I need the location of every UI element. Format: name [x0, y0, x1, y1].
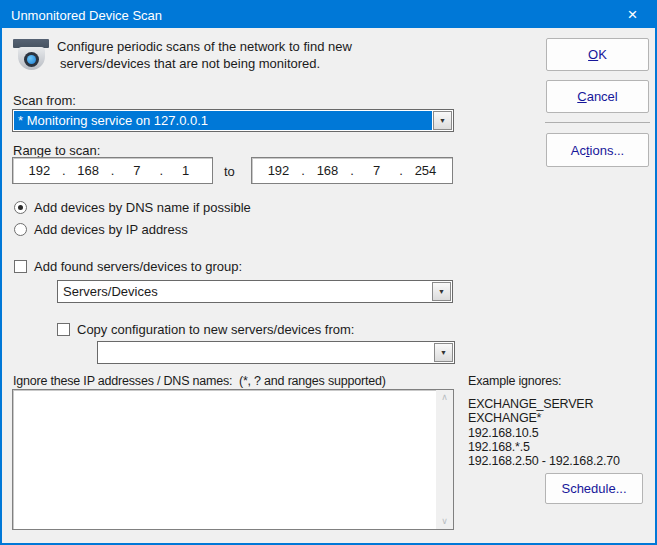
checkbox-icon[interactable]	[14, 260, 27, 273]
ignore-list-label: Ignore these IP addresses / DNS names: (…	[13, 374, 386, 388]
ip-octet[interactable]: 168	[68, 163, 109, 178]
ip-octet[interactable]: 168	[307, 163, 348, 178]
ip-dot: .	[299, 163, 307, 178]
example-item: 192.168.2.50 - 192.168.2.70	[468, 454, 653, 468]
radio-add-by-ip-address[interactable]: Add devices by IP address	[14, 221, 188, 237]
ip-dot: .	[157, 163, 165, 178]
ok-button[interactable]: OK	[546, 38, 649, 71]
unmonitored-device-scan-dialog: Unmonitored Device Scan × Configure peri…	[0, 0, 657, 545]
range-to-label: to	[224, 164, 235, 179]
checkbox-label: Copy configuration to new servers/device…	[77, 322, 354, 337]
radio-label: Add devices by DNS name if possible	[34, 200, 251, 215]
range-to-scan-label: Range to scan:	[13, 143, 100, 158]
vertical-scrollbar[interactable]: ∧ ∨	[436, 390, 453, 529]
ip-dot: .	[60, 163, 68, 178]
security-camera-icon	[12, 38, 50, 76]
example-item: EXCHANGE_SERVER	[468, 397, 653, 411]
example-item: 192.168.10.5	[468, 426, 653, 440]
example-ignores-list: EXCHANGE_SERVER EXCHANGE* 192.168.10.5 1…	[468, 397, 653, 468]
window-title: Unmonitored Device Scan	[2, 8, 162, 23]
range-start-ip-input[interactable]: 192 . 168 . 7 . 1	[12, 157, 213, 184]
copy-source-selected-value	[99, 343, 433, 362]
ip-octet[interactable]: 192	[258, 163, 299, 178]
radio-button-icon[interactable]	[14, 201, 27, 214]
scroll-up-icon[interactable]: ∧	[441, 393, 448, 402]
scroll-down-icon[interactable]: ∨	[441, 517, 448, 526]
ip-octet[interactable]: 7	[356, 163, 397, 178]
chevron-down-icon[interactable]: ▼	[434, 343, 453, 362]
scan-from-selected-value: * Monitoring service on 127.0.0.1	[14, 111, 432, 130]
checkbox-label: Add found servers/devices to group:	[34, 259, 242, 274]
ip-dot: .	[109, 163, 117, 178]
example-item: EXCHANGE*	[468, 411, 653, 425]
chevron-down-icon[interactable]: ▼	[432, 282, 451, 301]
ip-octet[interactable]: 7	[117, 163, 158, 178]
dialog-description: Configure periodic scans of the network …	[57, 38, 427, 72]
ignore-list-value[interactable]	[13, 390, 436, 529]
ignore-list-textarea[interactable]: ∧ ∨	[12, 389, 454, 530]
close-icon[interactable]: ×	[610, 2, 655, 28]
radio-add-by-dns-name[interactable]: Add devices by DNS name if possible	[14, 199, 251, 215]
ip-dot: .	[348, 163, 356, 178]
radio-button-icon[interactable]	[14, 223, 27, 236]
range-end-ip-input[interactable]: 192 . 168 . 7 . 254	[251, 157, 453, 184]
checkbox-icon[interactable]	[57, 323, 70, 336]
description-line2: servers/devices that are not being monit…	[57, 55, 427, 72]
title-bar[interactable]: Unmonitored Device Scan ×	[2, 2, 655, 28]
cancel-button[interactable]: Cancel	[546, 80, 649, 113]
copy-configuration-checkbox[interactable]: Copy configuration to new servers/device…	[57, 321, 354, 337]
ip-octet[interactable]: 192	[19, 163, 60, 178]
group-selected-value: Servers/Devices	[59, 282, 431, 301]
ip-dot: .	[397, 163, 405, 178]
chevron-down-icon[interactable]: ▼	[433, 111, 452, 130]
description-line1: Configure periodic scans of the network …	[57, 38, 427, 55]
button-separator	[545, 122, 650, 123]
scan-from-label: Scan from:	[13, 93, 76, 108]
scan-from-dropdown[interactable]: * Monitoring service on 127.0.0.1 ▼	[12, 109, 454, 132]
ip-octet[interactable]: 1	[165, 163, 206, 178]
example-item: 192.168.*.5	[468, 440, 653, 454]
add-to-group-checkbox[interactable]: Add found servers/devices to group:	[14, 258, 242, 274]
radio-label: Add devices by IP address	[34, 222, 188, 237]
schedule-button[interactable]: Schedule...	[545, 473, 643, 504]
example-ignores: Example ignores: EXCHANGE_SERVER EXCHANG…	[468, 374, 653, 468]
actions-button[interactable]: Actions...	[546, 133, 649, 167]
example-ignores-title: Example ignores:	[468, 374, 653, 388]
group-dropdown[interactable]: Servers/Devices ▼	[57, 280, 453, 303]
copy-source-dropdown[interactable]: ▼	[97, 341, 455, 364]
ip-octet[interactable]: 254	[405, 163, 446, 178]
